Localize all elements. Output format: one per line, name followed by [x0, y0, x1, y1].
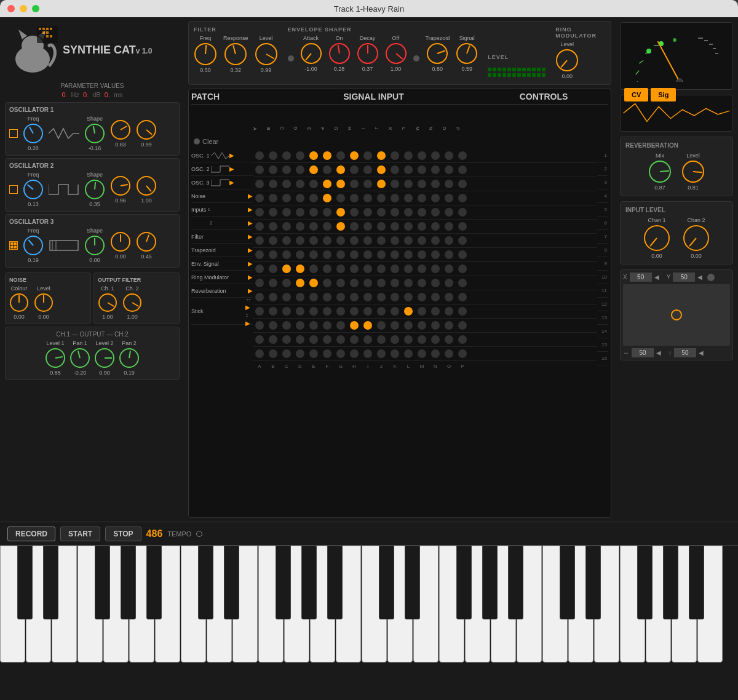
black-key-5[interactable]	[146, 546, 162, 619]
matrix-dot-stick1-10[interactable]	[391, 335, 399, 344]
matrix-dot-4-10[interactable]	[309, 293, 318, 301]
matrix-dot-12-0[interactable]	[418, 151, 426, 160]
matrix-dot-10-10[interactable]	[391, 293, 399, 301]
matrix-dot-0-4[interactable]	[255, 208, 264, 217]
matrix-dot-10-0[interactable]	[391, 151, 399, 160]
matrix-dot-8-6[interactable]	[363, 236, 372, 245]
matrix-dot-13-3[interactable]	[431, 194, 440, 202]
matrix-dot-3-6[interactable]	[296, 236, 304, 245]
matrix-dot-9-4[interactable]	[377, 208, 386, 217]
matrix-dot-stick1-13[interactable]	[431, 335, 440, 344]
matrix-dot-stick1-9[interactable]	[377, 335, 386, 344]
reverb-level-knob[interactable]	[681, 160, 705, 183]
matrix-dot-stick1-14[interactable]	[445, 335, 453, 344]
env-attack-knob[interactable]	[300, 42, 322, 65]
matrix-dot-1-7[interactable]	[269, 250, 277, 259]
matrix-dot-5-8[interactable]	[323, 264, 331, 273]
matrix-dot-14-5[interactable]	[445, 222, 453, 231]
black-key-14[interactable]	[379, 546, 394, 619]
matrix-dot-4-9[interactable]	[309, 279, 318, 287]
matrix-dot-15-9[interactable]	[458, 279, 467, 287]
xy-h-input[interactable]	[632, 348, 654, 357]
matrix-dot-6-6[interactable]	[336, 236, 345, 245]
matrix-dot-stick1-6[interactable]	[336, 335, 345, 344]
matrix-dot-1-12[interactable]	[269, 321, 277, 330]
osc3-checkbox[interactable]	[9, 241, 18, 250]
matrix-dot-0-8[interactable]	[255, 264, 264, 273]
matrix-dot-10-6[interactable]	[391, 236, 399, 245]
matrix-dot-12-2[interactable]	[418, 180, 426, 188]
matrix-dot-1-3[interactable]	[269, 194, 277, 202]
matrix-dot-7-5[interactable]	[350, 222, 359, 231]
matrix-dot-3-8[interactable]	[296, 264, 304, 273]
stop-button[interactable]: STOP	[105, 527, 141, 541]
matrix-dot-0-10[interactable]	[255, 293, 264, 301]
matrix-dot-5-7[interactable]	[323, 250, 331, 259]
matrix-dot-7-11[interactable]	[350, 307, 359, 316]
matrix-dot-stick2-10[interactable]	[391, 349, 399, 358]
matrix-dot-10-5[interactable]	[391, 222, 399, 231]
matrix-dot-1-1[interactable]	[269, 165, 277, 174]
xy-pad-area[interactable]	[623, 284, 730, 346]
matrix-dot-8-4[interactable]	[363, 208, 372, 217]
matrix-dot-15-2[interactable]	[458, 180, 467, 188]
xy-v-input[interactable]	[674, 348, 696, 357]
black-key-8[interactable]	[224, 546, 239, 619]
matrix-dot-stick2-14[interactable]	[445, 349, 453, 358]
matrix-dot-6-7[interactable]	[336, 250, 345, 259]
matrix-dot-11-3[interactable]	[404, 194, 413, 202]
matrix-dot-12-1[interactable]	[418, 165, 426, 174]
matrix-dot-2-8[interactable]	[282, 264, 291, 273]
matrix-dot-8-7[interactable]	[363, 250, 372, 259]
start-button[interactable]: START	[60, 527, 100, 541]
matrix-dot-stick2-6[interactable]	[336, 349, 345, 358]
matrix-dot-1-10[interactable]	[269, 293, 277, 301]
matrix-dot-12-8[interactable]	[418, 264, 426, 273]
matrix-dot-0-6[interactable]	[255, 236, 264, 245]
matrix-dot-11-4[interactable]	[404, 208, 413, 217]
output-ch2-knob[interactable]	[122, 293, 142, 312]
black-key-7[interactable]	[198, 546, 213, 619]
matrix-dot-13-1[interactable]	[431, 165, 440, 174]
piano-keys[interactable]	[0, 546, 738, 669]
matrix-dot-6-10[interactable]	[336, 293, 345, 301]
matrix-dot-1-11[interactable]	[269, 307, 277, 316]
matrix-dot-2-6[interactable]	[282, 236, 291, 245]
matrix-dot-stick1-11[interactable]	[404, 335, 413, 344]
black-key-25[interactable]	[663, 546, 678, 619]
matrix-dot-11-12[interactable]	[404, 321, 413, 330]
matrix-dot-9-5[interactable]	[377, 222, 386, 231]
matrix-dot-5-6[interactable]	[323, 236, 331, 245]
matrix-dot-8-10[interactable]	[363, 293, 372, 301]
matrix-dot-9-7[interactable]	[377, 250, 386, 259]
matrix-dot-6-3[interactable]	[336, 194, 345, 202]
matrix-dot-stick2-2[interactable]	[282, 349, 291, 358]
matrix-dot-5-10[interactable]	[323, 293, 331, 301]
matrix-dot-stick2-0[interactable]	[255, 349, 264, 358]
matrix-dot-3-9[interactable]	[296, 279, 304, 287]
matrix-dot-8-5[interactable]	[363, 222, 372, 231]
minimize-button[interactable]	[20, 5, 27, 12]
matrix-dot-stick2-1[interactable]	[269, 349, 277, 358]
matrix-dot-12-3[interactable]	[418, 194, 426, 202]
matrix-dot-15-11[interactable]	[458, 307, 467, 316]
matrix-dot-8-3[interactable]	[363, 194, 372, 202]
output-level2-knob[interactable]	[94, 348, 115, 368]
matrix-dot-2-10[interactable]	[282, 293, 291, 301]
matrix-dot-13-10[interactable]	[431, 293, 440, 301]
matrix-dot-6-12[interactable]	[336, 321, 345, 330]
matrix-dot-13-0[interactable]	[431, 151, 440, 160]
matrix-dot-1-6[interactable]	[269, 236, 277, 245]
matrix-dot-11-6[interactable]	[404, 236, 413, 245]
env-on-knob[interactable]	[328, 42, 351, 65]
matrix-dot-stick1-3[interactable]	[296, 335, 304, 344]
matrix-dot-10-3[interactable]	[391, 194, 399, 202]
matrix-dot-11-10[interactable]	[404, 293, 413, 301]
matrix-dot-11-11[interactable]	[404, 307, 413, 316]
matrix-dot-13-7[interactable]	[431, 250, 440, 259]
matrix-dot-stick1-12[interactable]	[418, 335, 426, 344]
matrix-dot-stick1-2[interactable]	[282, 335, 291, 344]
matrix-dot-15-7[interactable]	[458, 250, 467, 259]
black-key-12[interactable]	[327, 546, 343, 619]
matrix-dot-2-3[interactable]	[282, 194, 291, 202]
